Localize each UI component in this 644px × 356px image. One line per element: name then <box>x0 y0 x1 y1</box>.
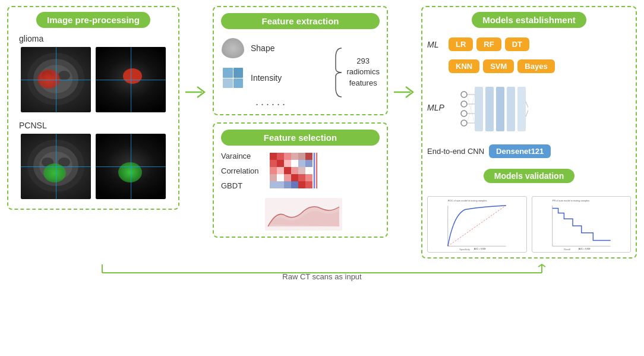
feature-items: Shape I <box>221 36 330 108</box>
densenet-badge: Densenet121 <box>489 144 551 158</box>
svm-badge: SVM <box>483 59 514 73</box>
selection-methods-list: Varaince Correlation GBDT <box>221 152 259 190</box>
svg-rect-38 <box>284 181 291 188</box>
cnn-section: End-to-end CNN Densenet121 <box>427 144 631 158</box>
middle-panel: Feature extraction Shape <box>213 6 388 238</box>
dt-badge: DT <box>505 37 529 51</box>
svg-rect-39 <box>291 181 298 188</box>
brace-icon <box>334 46 344 99</box>
mlp-label: MLP <box>427 103 445 112</box>
svg-rect-30 <box>270 174 277 181</box>
selection-content: Varaince Correlation GBDT <box>221 152 380 231</box>
bottom-arrow-area: Raw CT scans as input <box>7 263 637 280</box>
svg-rect-16 <box>298 153 305 160</box>
svg-rect-17 <box>305 153 312 160</box>
dots-row: ...... <box>221 96 330 108</box>
svg-point-50 <box>461 92 467 97</box>
arrow-icon-2 <box>394 83 415 101</box>
arrow-left-to-middle <box>185 6 207 101</box>
shape-icon <box>222 38 244 58</box>
svg-rect-47 <box>496 87 504 131</box>
svg-line-61 <box>526 102 528 109</box>
dots-label: ...... <box>255 96 288 108</box>
svg-rect-41 <box>305 181 312 188</box>
svg-rect-32 <box>284 174 291 181</box>
arrow-icon-1 <box>185 83 207 101</box>
roc-chart: ROC of sum model in testing samples Spec… <box>427 196 527 253</box>
selection-charts <box>265 152 342 231</box>
intensity-icon-container <box>221 66 245 90</box>
glioma-label: glioma <box>19 34 43 43</box>
svg-line-66 <box>448 206 506 247</box>
svg-rect-26 <box>284 167 291 174</box>
svg-text:PR of sum model in testing sam: PR of sum model in testing samples <box>552 199 589 202</box>
svg-point-52 <box>461 111 467 116</box>
svg-rect-18 <box>270 160 277 167</box>
variance-method: Varaince <box>221 152 259 160</box>
svg-rect-33 <box>291 174 298 181</box>
svg-text:Specificity: Specificity <box>459 248 470 251</box>
ml-label: ML <box>427 40 445 49</box>
line-chart <box>265 198 342 231</box>
heatmap-chart <box>265 152 317 194</box>
shape-row: Shape <box>221 36 330 60</box>
glioma-row <box>21 47 166 112</box>
svg-point-53 <box>461 120 467 126</box>
svg-rect-23 <box>305 160 312 167</box>
svg-rect-21 <box>291 160 298 167</box>
svg-point-4 <box>58 71 70 80</box>
pcnsl-row <box>21 134 166 199</box>
svg-rect-36 <box>270 181 277 188</box>
cnn-label: End-to-end CNN <box>427 147 484 156</box>
svg-rect-20 <box>284 160 291 167</box>
svg-rect-27 <box>291 167 298 174</box>
svg-rect-13 <box>277 153 284 160</box>
svg-rect-46 <box>485 87 494 131</box>
svg-rect-34 <box>298 174 305 181</box>
roc-svg: ROC of sum model in testing samples Spec… <box>428 197 526 252</box>
svg-rect-37 <box>277 181 284 188</box>
ml-badge-row-1: LR RF DT <box>449 37 529 51</box>
nn-diagram <box>451 84 528 131</box>
feature-extraction-panel: Feature extraction Shape <box>213 6 388 115</box>
arrow-middle-to-right <box>394 6 415 101</box>
ml-section: ML LR RF DT <box>427 37 631 51</box>
gbdt-method: GBDT <box>221 181 259 190</box>
svg-rect-19 <box>277 160 284 167</box>
radiomics-count: 293radiomicsfeatures <box>346 56 380 89</box>
svg-line-62 <box>526 109 528 116</box>
shape-label: Shape <box>251 43 330 53</box>
models-validation-title: Models validation <box>484 169 574 183</box>
svg-rect-15 <box>291 153 298 160</box>
svg-text:AUC = 0.929: AUC = 0.929 <box>578 248 590 250</box>
svg-text:ROC of sum model in testing sa: ROC of sum model in testing samples <box>448 199 487 202</box>
shape-icon-container <box>221 36 245 60</box>
intensity-row: Intensity <box>221 66 330 90</box>
models-establishment-title: Models establishment <box>472 12 586 28</box>
svg-point-51 <box>461 101 467 107</box>
feature-selection-panel: Feature selection Varaince Correlation G… <box>213 122 388 238</box>
raw-ct-label: Raw CT scans as input <box>282 272 361 281</box>
feature-content: Shape I <box>221 36 380 108</box>
svg-rect-28 <box>298 167 305 174</box>
pr-svg: PR of sum model in testing samples Recal… <box>532 197 631 252</box>
brain-scan-glioma-2 <box>96 47 166 112</box>
intensity-icon <box>223 68 243 88</box>
svg-rect-29 <box>305 167 312 174</box>
feature-extraction-title: Feature extraction <box>221 13 380 29</box>
svg-rect-24 <box>270 167 277 174</box>
left-panel-title: Image pre-processing <box>36 12 150 28</box>
svg-rect-35 <box>305 174 312 181</box>
feature-selection-title: Feature selection <box>221 130 380 146</box>
rf-badge: RF <box>476 37 501 51</box>
mlp-section: MLP <box>427 84 631 131</box>
knn-badge: KNN <box>449 59 479 73</box>
svg-rect-25 <box>277 167 284 174</box>
bayes-badge: Bayes <box>517 59 554 73</box>
ml-badge-row-2: KNN SVM Bayes <box>449 59 631 73</box>
main-diagram: Image pre-processing glioma <box>7 6 637 280</box>
brain-scan-pcnsl-2 <box>96 134 166 199</box>
svg-rect-45 <box>475 87 483 131</box>
pcnsl-label: PCNSL <box>19 121 47 130</box>
svg-rect-48 <box>507 87 515 131</box>
